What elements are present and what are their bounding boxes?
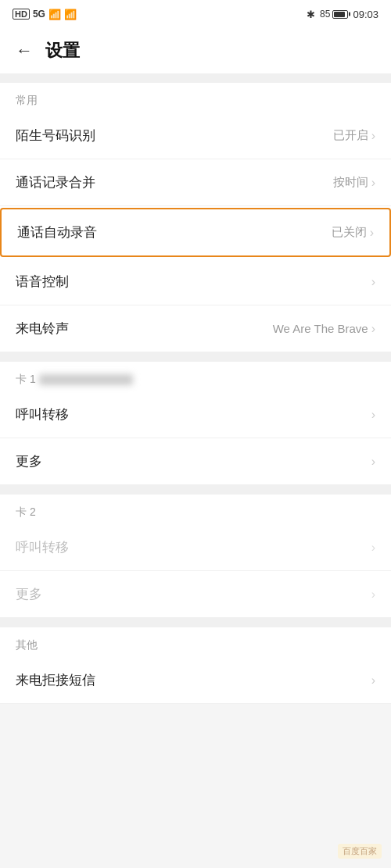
battery-box: 85 [320, 9, 348, 20]
chevron-right-icon: › [371, 588, 375, 602]
item-right-more-1: › [371, 455, 375, 469]
item-label-call-forward-1: 呼叫转移 [16, 405, 69, 423]
section-label-1: 卡 1中国移动 [0, 362, 391, 391]
item-right-more-2: › [371, 588, 375, 602]
item-label-auto-record: 通话自动录音 [17, 223, 97, 241]
sections-container: 常用陌生号码识别已开启›通话记录合并按时间›通话自动录音已关闭›语音控制›来电铃… [0, 73, 391, 704]
item-label-reject-sms: 来电拒接短信 [16, 671, 95, 689]
watermark: 百度百家 [338, 844, 382, 859]
chevron-right-icon: › [370, 226, 374, 240]
item-right-call-forward-2: › [371, 541, 375, 555]
item-value-auto-record: 已关闭 [332, 225, 367, 240]
item-label-ringtone: 来电铃声 [16, 320, 69, 338]
chevron-right-icon: › [371, 541, 375, 555]
item-label-more-2: 更多 [16, 585, 42, 603]
item-label-call-forward-2: 呼叫转移 [16, 538, 69, 556]
back-button[interactable]: ← [16, 41, 33, 61]
settings-item-auto-record[interactable]: 通话自动录音已关闭› [0, 208, 391, 257]
section-items-3: 来电拒接短信› [0, 657, 391, 704]
item-right-stranger-id: 已开启› [333, 128, 375, 143]
hd-label: HD [13, 9, 30, 20]
section-label-2: 卡 2 [0, 495, 391, 524]
section-title-1: 卡 1 [16, 373, 36, 385]
page-title: 设置 [45, 39, 80, 63]
item-right-call-merge: 按时间› [333, 175, 375, 190]
item-right-auto-record: 已关闭› [332, 225, 374, 240]
item-right-call-forward-1: › [371, 408, 375, 422]
section-label-0: 常用 [0, 83, 391, 113]
settings-item-more-2: 更多› [0, 571, 391, 618]
chevron-right-icon: › [371, 129, 375, 143]
item-label-stranger-id: 陌生号码识别 [16, 127, 95, 145]
settings-item-ringtone[interactable]: 来电铃声We Are The Brave› [0, 305, 391, 352]
settings-item-call-merge[interactable]: 通话记录合并按时间› [0, 159, 391, 206]
status-bar: HD 5G 📶 📶 ✱ 85 09:03 [0, 0, 391, 28]
status-right: ✱ 85 09:03 [307, 9, 378, 20]
item-label-more-1: 更多 [16, 452, 42, 470]
network-label: 5G [33, 9, 45, 20]
settings-item-call-forward-1[interactable]: 呼叫转移› [0, 391, 391, 438]
battery-icon [332, 10, 348, 19]
header: ← 设置 [0, 28, 391, 73]
section-items-2: 呼叫转移›更多› [0, 524, 391, 618]
chevron-right-icon: › [371, 408, 375, 422]
item-value-stranger-id: 已开启 [333, 128, 368, 143]
section-label-3: 其他 [0, 627, 391, 657]
settings-item-reject-sms[interactable]: 来电拒接短信› [0, 657, 391, 704]
settings-item-more-1[interactable]: 更多› [0, 438, 391, 485]
chevron-right-icon: › [371, 176, 375, 190]
item-label-voice-control: 语音控制 [16, 273, 69, 291]
item-right-voice-control: › [371, 275, 375, 289]
chevron-right-icon: › [371, 275, 375, 289]
section-gap-1 [0, 352, 391, 362]
status-left: HD 5G 📶 📶 [13, 9, 77, 20]
settings-item-voice-control[interactable]: 语音控制› [0, 259, 391, 305]
time-label: 09:03 [353, 9, 378, 20]
item-right-reject-sms: › [371, 673, 375, 688]
battery-level-label: 85 [320, 9, 330, 20]
section-gap-0 [0, 73, 391, 83]
chevron-right-icon: › [371, 673, 375, 688]
bluetooth-icon: ✱ [307, 9, 315, 20]
battery-fill [334, 12, 345, 17]
settings-item-call-forward-2: 呼叫转移› [0, 524, 391, 571]
section-items-0: 陌生号码识别已开启›通话记录合并按时间›通话自动录音已关闭›语音控制›来电铃声W… [0, 113, 391, 352]
item-label-call-merge: 通话记录合并 [16, 173, 95, 191]
chevron-right-icon: › [371, 455, 375, 469]
section-items-1: 呼叫转移›更多› [0, 391, 391, 485]
section-gap-2 [0, 485, 391, 495]
chevron-right-icon: › [371, 322, 375, 336]
signal-bars-icon: 📶 [48, 9, 61, 20]
section-gap-3 [0, 618, 391, 627]
item-value-ringtone: We Are The Brave [273, 322, 368, 335]
settings-item-stranger-id[interactable]: 陌生号码识别已开启› [0, 113, 391, 159]
item-right-ringtone: We Are The Brave› [273, 322, 375, 336]
blurred-info-1: 中国移动 [39, 374, 133, 385]
item-value-call-merge: 按时间 [333, 175, 368, 190]
wifi-icon: 📶 [64, 9, 77, 20]
